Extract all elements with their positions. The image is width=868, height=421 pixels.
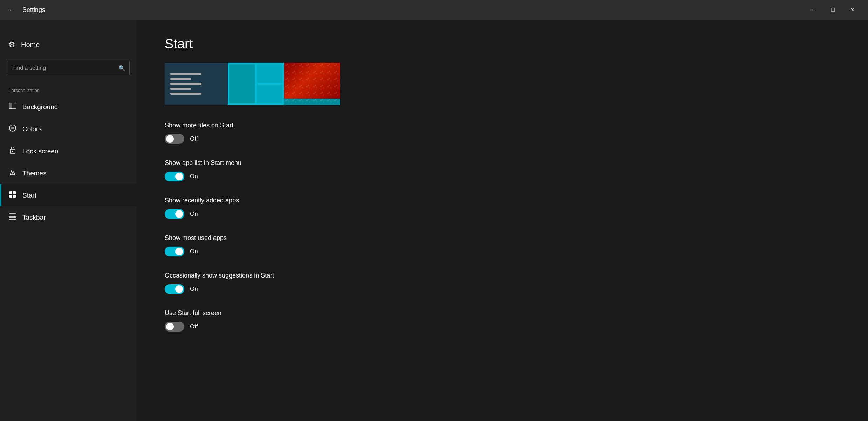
start-preview bbox=[165, 63, 340, 105]
setting-label-use-full-screen: Use Start full screen bbox=[165, 309, 840, 317]
setting-row-show-most-used: Show most used appsOn bbox=[165, 234, 840, 256]
toggle-use-full-screen[interactable] bbox=[165, 322, 184, 332]
preview-bottom-bar bbox=[284, 99, 340, 105]
themes-icon bbox=[8, 168, 17, 178]
toggle-row-show-more-tiles: Off bbox=[165, 134, 840, 144]
restore-button[interactable]: ❐ bbox=[823, 0, 843, 20]
toggle-state-use-full-screen: Off bbox=[190, 323, 198, 330]
toggle-show-recently-added[interactable] bbox=[165, 209, 184, 219]
close-button[interactable]: ✕ bbox=[843, 0, 862, 20]
search-box: 🔍 bbox=[7, 61, 130, 75]
toggle-row-use-full-screen: Off bbox=[165, 322, 840, 332]
toggle-show-suggestions[interactable] bbox=[165, 284, 184, 294]
toggle-show-more-tiles[interactable] bbox=[165, 134, 184, 144]
toggle-row-show-suggestions: On bbox=[165, 284, 840, 294]
preview-tile-1 bbox=[257, 64, 282, 83]
setting-row-show-app-list: Show app list in Start menuOn bbox=[165, 159, 840, 181]
sidebar-item-taskbar[interactable]: Taskbar bbox=[0, 206, 137, 228]
start-icon bbox=[8, 191, 17, 200]
window-title: Settings bbox=[22, 6, 804, 14]
toggle-state-show-suggestions: On bbox=[190, 286, 198, 293]
window-controls: ─ ❐ ✕ bbox=[804, 0, 862, 20]
sidebar-item-themes-label: Themes bbox=[22, 169, 47, 177]
svg-rect-11 bbox=[9, 213, 16, 217]
svg-point-5 bbox=[12, 151, 13, 152]
settings-list: Show more tiles on StartOffShow app list… bbox=[165, 122, 840, 332]
main-area: ⚙ Home 🔍 Personalization Background bbox=[0, 20, 868, 421]
setting-label-show-suggestions: Occasionally show suggestions in Start bbox=[165, 272, 840, 279]
preview-center bbox=[228, 63, 284, 105]
toggle-state-show-more-tiles: Off bbox=[190, 135, 198, 142]
sidebar-item-taskbar-label: Taskbar bbox=[22, 214, 46, 221]
toggle-show-most-used[interactable] bbox=[165, 247, 184, 256]
search-input[interactable] bbox=[7, 61, 130, 75]
toggle-row-show-recently-added: On bbox=[165, 209, 840, 219]
svg-point-3 bbox=[11, 127, 14, 129]
svg-rect-1 bbox=[9, 103, 12, 109]
preview-tile-tall bbox=[229, 64, 255, 103]
sidebar: ⚙ Home 🔍 Personalization Background bbox=[0, 20, 137, 421]
preview-line-1 bbox=[170, 73, 201, 75]
sidebar-item-lock-screen-label: Lock screen bbox=[22, 147, 58, 155]
toggle-thumb-show-more-tiles bbox=[166, 135, 174, 143]
toggle-state-show-recently-added: On bbox=[190, 210, 198, 218]
home-icon: ⚙ bbox=[8, 40, 15, 49]
toggle-thumb-show-recently-added bbox=[175, 210, 183, 218]
background-icon bbox=[8, 102, 17, 112]
title-bar: ← Settings ─ ❐ ✕ bbox=[0, 0, 868, 20]
preview-tile-2 bbox=[257, 85, 282, 103]
sidebar-item-colors[interactable]: Colors bbox=[0, 118, 137, 140]
toggle-thumb-use-full-screen bbox=[166, 323, 174, 330]
setting-row-show-recently-added: Show recently added appsOn bbox=[165, 197, 840, 219]
search-icon: 🔍 bbox=[118, 65, 125, 72]
sidebar-item-colors-label: Colors bbox=[22, 125, 42, 133]
svg-rect-6 bbox=[9, 191, 12, 194]
sidebar-item-lock-screen[interactable]: Lock screen bbox=[0, 140, 137, 162]
svg-rect-8 bbox=[9, 195, 12, 198]
lock-screen-icon bbox=[8, 146, 17, 156]
toggle-state-show-most-used: On bbox=[190, 248, 198, 255]
preview-line-5 bbox=[170, 93, 201, 95]
sidebar-item-background[interactable]: Background bbox=[0, 96, 137, 118]
toggle-row-show-app-list: On bbox=[165, 172, 840, 181]
sidebar-item-themes[interactable]: Themes bbox=[0, 162, 137, 184]
preview-line-4 bbox=[170, 88, 191, 90]
sidebar-item-start-label: Start bbox=[22, 192, 36, 199]
toggle-thumb-show-most-used bbox=[175, 248, 183, 255]
setting-row-use-full-screen: Use Start full screenOff bbox=[165, 309, 840, 332]
preview-line-2 bbox=[170, 78, 191, 80]
setting-label-show-most-used: Show most used apps bbox=[165, 234, 840, 242]
setting-label-show-app-list: Show app list in Start menu bbox=[165, 159, 840, 167]
toggle-state-show-app-list: On bbox=[190, 173, 198, 180]
back-button[interactable]: ← bbox=[6, 4, 18, 16]
page-title: Start bbox=[165, 36, 840, 52]
preview-right bbox=[284, 63, 340, 105]
taskbar-icon bbox=[8, 213, 17, 222]
sidebar-home-label: Home bbox=[21, 41, 40, 49]
content-area: Start Show more tiles on StartOffShow ap… bbox=[137, 20, 868, 421]
toggle-thumb-show-app-list bbox=[175, 173, 183, 180]
close-icon: ✕ bbox=[850, 7, 855, 13]
toggle-thumb-show-suggestions bbox=[175, 285, 183, 293]
restore-icon: ❐ bbox=[831, 7, 835, 13]
preview-line-3 bbox=[170, 83, 201, 85]
sidebar-home[interactable]: ⚙ Home bbox=[0, 34, 137, 55]
toggle-show-app-list[interactable] bbox=[165, 172, 184, 181]
svg-rect-9 bbox=[13, 195, 16, 198]
setting-label-show-more-tiles: Show more tiles on Start bbox=[165, 122, 840, 129]
toggle-row-show-most-used: On bbox=[165, 247, 840, 256]
setting-row-show-more-tiles: Show more tiles on StartOff bbox=[165, 122, 840, 144]
setting-row-show-suggestions: Occasionally show suggestions in StartOn bbox=[165, 272, 840, 294]
back-icon: ← bbox=[9, 6, 15, 14]
preview-left bbox=[165, 63, 228, 105]
sidebar-item-start[interactable]: Start bbox=[0, 184, 137, 206]
minimize-icon: ─ bbox=[812, 7, 815, 13]
minimize-button[interactable]: ─ bbox=[804, 0, 823, 20]
setting-label-show-recently-added: Show recently added apps bbox=[165, 197, 840, 204]
svg-rect-10 bbox=[9, 218, 16, 220]
sidebar-item-background-label: Background bbox=[22, 103, 58, 111]
colors-icon bbox=[8, 124, 17, 134]
svg-rect-7 bbox=[13, 191, 16, 194]
sidebar-section-label: Personalization bbox=[0, 81, 137, 96]
